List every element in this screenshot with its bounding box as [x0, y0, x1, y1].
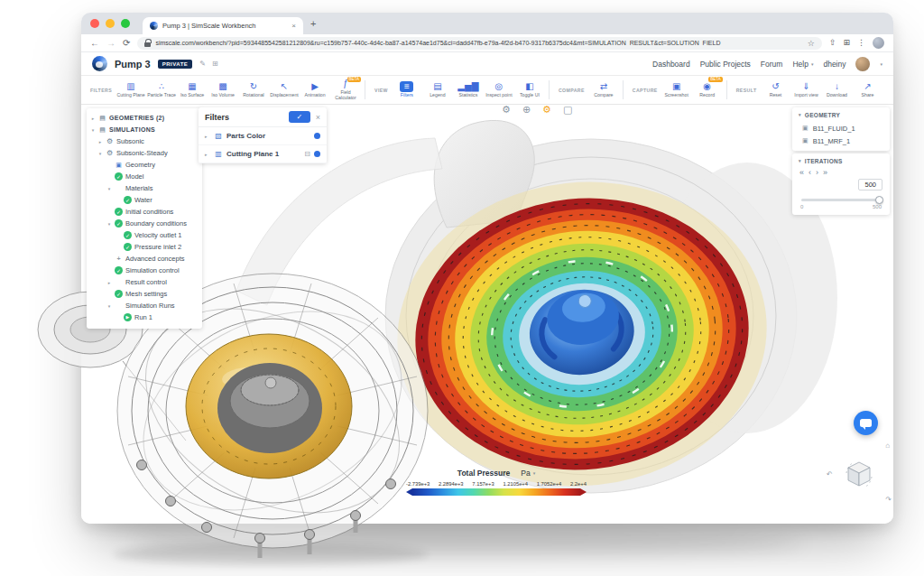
user-menu-chevron-icon[interactable]: ▾	[880, 61, 882, 67]
geometry-item[interactable]: ▣ B11_FLUID_1	[792, 122, 890, 135]
toolbar-entry[interactable]: ◉ Record BETA	[692, 76, 723, 104]
tree-item[interactable]: ✓ Initial conditions	[87, 206, 202, 218]
environment-icon[interactable]: ⊕	[522, 105, 531, 115]
tree-item[interactable]: ✓ Simulation control	[87, 265, 202, 276]
toolbar-entry[interactable]: ≡ Filters	[392, 76, 422, 104]
filter-row[interactable]: ▸ ▥ Cutting Plane 1 ⊟	[199, 145, 327, 163]
toolbar-item-icon: ▣	[670, 81, 683, 92]
browser-tab[interactable]: Pump 3 | SimScale Workbench ×	[143, 17, 303, 34]
scene-settings-icon[interactable]: ⚙	[502, 105, 511, 115]
tree-item[interactable]: ▶ Run 1	[87, 311, 202, 323]
support-chat-button[interactable]	[854, 411, 878, 435]
rotate-right-icon[interactable]: ↷	[885, 497, 892, 504]
tab-close-icon[interactable]: ×	[291, 22, 296, 30]
browser-menu-icon[interactable]: ⋮	[857, 39, 865, 47]
help-menu[interactable]: Help ▾	[792, 60, 813, 69]
toolbar-entry[interactable]: ▤ Legend	[422, 76, 453, 104]
last-step-button[interactable]: »	[823, 169, 827, 177]
legend-colorbar[interactable]	[412, 488, 580, 496]
delete-icon[interactable]: ⊟	[304, 150, 310, 158]
bounding-box-icon[interactable]: ▢	[563, 105, 572, 115]
toolbar-item-icon: ↺	[769, 81, 782, 92]
tree-item[interactable]: ✓ Mesh settings	[87, 288, 202, 300]
back-icon[interactable]: ←	[90, 39, 99, 48]
toolbar-entry[interactable]: ◧ Toggle UI	[514, 76, 545, 104]
visibility-dot[interactable]	[314, 133, 320, 139]
toolbar-entry[interactable]: ▦ Iso Surface	[177, 76, 208, 104]
edit-icon[interactable]: ✎	[199, 60, 206, 68]
toolbar-entry[interactable]: ↖ Displacement	[269, 76, 300, 104]
legend-unit-dropdown[interactable]: Pa ▾	[521, 469, 535, 478]
address-bar[interactable]: simscale.com/workbench/?pid=593448554258…	[137, 37, 822, 50]
header-nav-link[interactable]: Forum	[761, 60, 783, 69]
copy-icon[interactable]: ⊞	[212, 60, 218, 68]
user-avatar[interactable]	[855, 57, 870, 71]
simscale-favicon	[150, 22, 158, 30]
close-window-button[interactable]	[90, 19, 99, 28]
tree-item[interactable]: ▸ ▤ GEOMETRIES (2)	[87, 112, 202, 124]
tree-item[interactable]: ✓ Water	[87, 194, 202, 206]
toolbar-entry[interactable]: ▶ Animation	[300, 76, 330, 104]
filters-apply-button[interactable]: ✓	[289, 111, 310, 123]
next-step-button[interactable]: ›	[816, 169, 818, 177]
tree-item-icon: ✓	[115, 266, 123, 274]
tree-item[interactable]: ▾ ✓ Boundary conditions	[87, 218, 202, 229]
filter-row[interactable]: ▸ ▧ Parts Color	[199, 127, 327, 145]
tree-item[interactable]: ▸ ⚙ Subsonic	[87, 135, 202, 147]
header-nav-link[interactable]: Public Projects	[700, 60, 751, 69]
home-view-icon[interactable]: ⌂	[885, 442, 890, 450]
viewport-3d[interactable]	[81, 105, 893, 524]
forward-icon[interactable]: →	[106, 39, 116, 48]
toolbar-entry[interactable]: ▂▅▇ Statistics	[453, 76, 484, 104]
render-settings-icon[interactable]: ⚙	[542, 105, 551, 115]
toolbar-entry[interactable]: ⇓ Import view	[790, 76, 821, 104]
tree-item[interactable]: ▣ Geometry	[87, 159, 202, 171]
share-icon[interactable]: ⇧	[829, 39, 836, 47]
toolbar-entry[interactable]: ↓ Download	[821, 76, 852, 104]
iterations-value-input[interactable]: 500	[858, 179, 882, 190]
maximize-window-button[interactable]	[121, 19, 130, 28]
minimize-window-button[interactable]	[106, 19, 115, 28]
tree-item[interactable]: ▸ Result control	[87, 276, 202, 288]
first-step-button[interactable]: «	[799, 169, 804, 177]
toolbar-entry[interactable]: ⇄ Compare	[588, 76, 619, 104]
new-tab-button[interactable]: +	[310, 18, 316, 29]
toolbar-entry[interactable]: ◎ Inspect point	[484, 76, 514, 104]
prev-step-button[interactable]: ‹	[808, 169, 811, 177]
tree-item[interactable]: + Advanced concepts	[87, 253, 202, 265]
toolbar-entry[interactable]: ↗ Share	[852, 76, 882, 104]
toolbar-entry[interactable]: ƒ Field Calculator BETA	[330, 76, 361, 104]
tree-item-icon: ▶	[124, 313, 132, 321]
header-nav-link[interactable]: Dashboard	[652, 60, 690, 69]
iterations-panel-header[interactable]: ▾ ITERATIONS	[792, 153, 890, 168]
iterations-slider[interactable]	[801, 199, 881, 201]
tree-item[interactable]: ▾ Simulation Runs	[87, 300, 202, 311]
geometry-panel-header[interactable]: ▾ GEOMETRY	[792, 107, 890, 122]
tree-item[interactable]: ✓ Pressure inlet 2	[87, 241, 202, 253]
iteration-controls: « ‹ › »	[792, 168, 890, 179]
toolbar-entry[interactable]: ∴ Particle Trace	[146, 76, 177, 104]
chevron-down-icon: ▾	[799, 112, 801, 117]
slider-handle[interactable]	[875, 196, 883, 204]
toolbar-entry[interactable]: ▣ Screenshot	[661, 76, 692, 104]
navigation-cube[interactable]	[843, 459, 875, 491]
tree-item[interactable]: ▾ Materials	[87, 182, 202, 194]
tree-item[interactable]: ✓ Velocity outlet 1	[87, 229, 202, 241]
rotate-left-icon[interactable]: ↶	[827, 471, 833, 478]
visibility-dot[interactable]	[314, 151, 320, 157]
tree-item[interactable]: ▾ ⚙ Subsonic-Steady	[87, 147, 202, 159]
toolbar-entry[interactable]: ↺ Reset	[760, 76, 790, 104]
toolbar-entry[interactable]: ▩ Iso Volume	[208, 76, 238, 104]
toolbar-entry[interactable]: ▥ Cutting Plane	[116, 76, 146, 104]
close-icon[interactable]: ×	[316, 113, 320, 122]
tree-item[interactable]: ▾ ▤ SIMULATIONS	[87, 124, 202, 135]
tree-item[interactable]: ✓ Model	[87, 171, 202, 182]
browser-profile-avatar[interactable]	[873, 37, 884, 49]
toolbar-entry[interactable]: ↻ Rotational	[238, 76, 269, 104]
filter-type-icon: ▧	[214, 132, 223, 140]
geometry-item[interactable]: ▣ B11_MRF_1	[792, 135, 890, 147]
reload-icon[interactable]: ⟳	[123, 39, 130, 48]
toolbar-item-label: Record	[699, 93, 715, 98]
extensions-icon[interactable]: ⊞	[843, 39, 850, 47]
bookmark-star-icon[interactable]: ☆	[808, 39, 815, 48]
